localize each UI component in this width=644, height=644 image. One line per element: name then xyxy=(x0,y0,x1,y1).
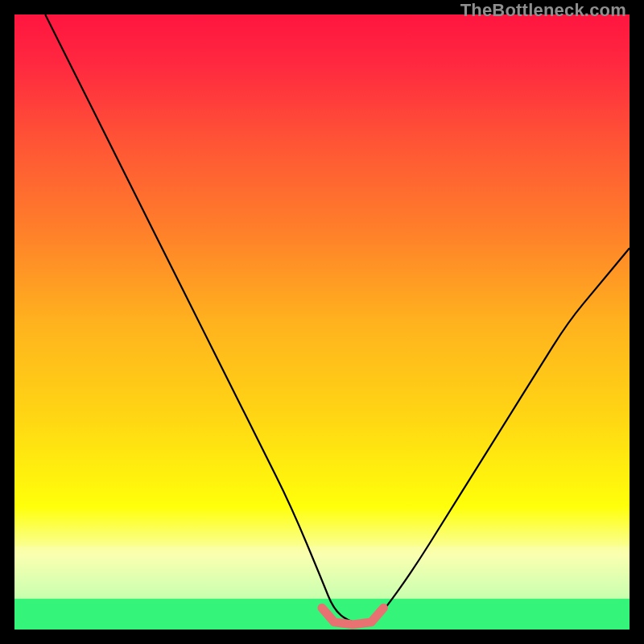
chart-frame xyxy=(14,14,630,630)
watermark-text: TheBottleneck.com xyxy=(460,0,626,21)
gradient-background xyxy=(14,14,630,630)
yellow-band xyxy=(14,547,630,599)
bottleneck-chart xyxy=(14,14,630,630)
